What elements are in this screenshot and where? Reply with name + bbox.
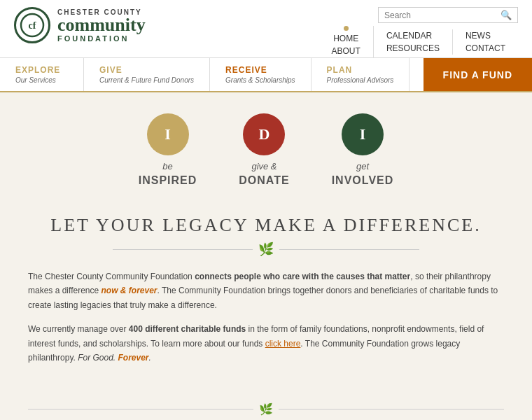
subnav-plan-desc: Professional Advisors <box>327 76 394 84</box>
top-bar: cf CHESTER COUNTY community FOUNDATION 🔍… <box>0 0 532 58</box>
body-para1: The Chester County Community Foundation … <box>28 270 504 312</box>
donate-icon-circle: D <box>243 113 285 155</box>
subnav-give-label: GIVE <box>99 65 194 75</box>
find-fund-label: FIND A FUND <box>443 69 512 80</box>
logo[interactable]: cf CHESTER COUNTY community FOUNDATION <box>14 7 146 50</box>
leaf-icon: 🌿 <box>258 241 274 257</box>
nav-contact[interactable]: CONTACT <box>465 42 505 55</box>
footer-divider-right <box>279 409 504 410</box>
hero-icons: I be INSPIRED D give & DONATE I get INVO… <box>0 92 532 201</box>
subnav-give-desc: Current & Future Fund Donors <box>99 76 194 84</box>
nav-col-home: HOME ABOUT <box>319 26 374 57</box>
hero-donate[interactable]: D give & DONATE <box>239 113 289 187</box>
tagline: LET YOUR LEGACY MAKE A DIFFERENCE. <box>28 215 504 236</box>
subnav-explore[interactable]: EXPLORE Our Services <box>0 58 84 91</box>
nav-dot <box>344 26 349 31</box>
subnav-plan[interactable]: PLAN Professional Advisors <box>312 58 410 91</box>
logo-main-line: community <box>57 16 146 34</box>
subnav-give[interactable]: GIVE Current & Future Fund Donors <box>84 58 210 91</box>
click-here-link[interactable]: click here <box>265 339 301 349</box>
subnav-explore-desc: Our Services <box>15 76 68 84</box>
leaf-divider-top: 🌿 <box>28 241 504 257</box>
footer-divider: 🌿 <box>28 402 504 416</box>
nav-home[interactable]: HOME <box>333 32 358 45</box>
nav-right: 🔍 HOME ABOUT CALENDAR RESOURCES NEWS CON… <box>319 7 518 57</box>
footer-leaf-icon: 🌿 <box>259 402 273 416</box>
search-input[interactable] <box>384 10 500 20</box>
involved-big-label: INVOLVED <box>332 174 394 187</box>
footer-divider-left <box>28 409 253 410</box>
involved-small-label: get <box>356 161 369 172</box>
divider-line-right <box>279 249 419 250</box>
logo-sub-line: FOUNDATION <box>57 34 146 43</box>
search-icon: 🔍 <box>500 10 512 20</box>
subnav-explore-label: EXPLORE <box>15 65 68 75</box>
subnav-receive-label: RECEIVE <box>225 65 295 75</box>
svg-text:cf: cf <box>29 20 36 31</box>
logo-text: CHESTER COUNTY community FOUNDATION <box>57 8 146 43</box>
hero-inspired[interactable]: I be INSPIRED <box>139 113 197 187</box>
sub-nav: EXPLORE Our Services GIVE Current & Futu… <box>0 58 532 92</box>
subnav-plan-label: PLAN <box>327 65 394 75</box>
subnav-receive-desc: Grants & Scholarships <box>225 76 295 84</box>
nav-news[interactable]: NEWS <box>465 29 491 42</box>
donate-small-label: give & <box>251 161 276 172</box>
nav-about[interactable]: ABOUT <box>332 45 360 57</box>
inspired-small-label: be <box>162 161 172 172</box>
hero-involved[interactable]: I get INVOLVED <box>332 113 394 187</box>
search-bar[interactable]: 🔍 <box>378 7 518 23</box>
main-content: LET YOUR LEGACY MAKE A DIFFERENCE. 🌿 The… <box>0 201 532 396</box>
nav-resources[interactable]: RESOURCES <box>386 42 440 55</box>
nav-links: HOME ABOUT CALENDAR RESOURCES NEWS CONTA… <box>319 26 518 57</box>
divider-line-left <box>113 249 253 250</box>
logo-circle: cf <box>14 7 50 43</box>
involved-icon-circle: I <box>342 113 384 155</box>
subnav-receive[interactable]: RECEIVE Grants & Scholarships <box>210 58 312 91</box>
donate-big-label: DONATE <box>239 174 289 187</box>
nav-col-news: NEWS CONTACT <box>453 29 518 55</box>
find-fund-button[interactable]: FIND A FUND <box>424 58 532 91</box>
inspired-icon-circle: I <box>147 113 189 155</box>
body-para2: We currently manage over 400 different c… <box>28 322 504 365</box>
nav-calendar[interactable]: CALENDAR <box>386 29 432 42</box>
inspired-big-label: INSPIRED <box>139 174 197 187</box>
nav-col-calendar: CALENDAR RESOURCES <box>374 29 453 55</box>
